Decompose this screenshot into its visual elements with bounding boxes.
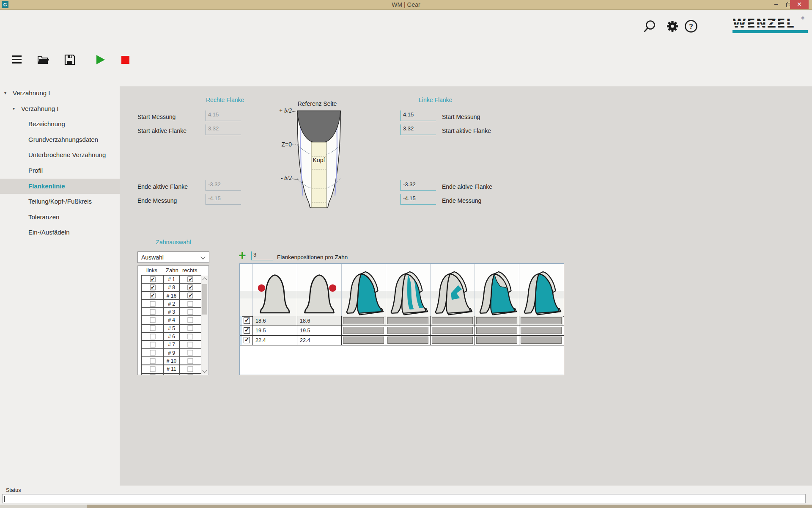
sidebar-item-toleranzen[interactable]: Toleranzen [0, 210, 120, 225]
disabled-field [476, 327, 517, 334]
open-file-button[interactable] [37, 54, 50, 67]
tooth-row: # 11 [141, 365, 201, 373]
zahnauswahl-dropdown[interactable]: Auswahl [137, 251, 209, 263]
tooth-table-scrollbar[interactable] [201, 276, 208, 374]
position-disabled-cell [386, 326, 430, 335]
row-select-gutter[interactable] [240, 336, 242, 345]
links-checkbox[interactable] [150, 350, 155, 356]
position-value-cell[interactable]: 18.6 [252, 316, 297, 326]
search-icon[interactable] [644, 18, 659, 36]
sidebar-item-label: Verzahnung I [0, 89, 50, 97]
tooth-3d-patch-icon[interactable] [430, 264, 475, 316]
sidebar-item-verzahnung-i[interactable]: ▾Verzahnung I [0, 86, 120, 101]
links-checkbox[interactable] [150, 366, 155, 372]
tooth-2d-left-point-icon[interactable] [252, 264, 297, 316]
links-checkbox[interactable] [150, 326, 155, 331]
settings-gear-icon[interactable] [665, 19, 680, 36]
links-checkbox[interactable] [150, 276, 155, 282]
help-icon[interactable]: ? [683, 19, 699, 36]
sidebar-item-teilung-kopf-fu-kreis[interactable]: Teilung/Kopf-/Fußkreis [0, 194, 120, 210]
positions-count-input[interactable]: 3 [251, 251, 273, 260]
sidebar-item-profil[interactable]: Profil [0, 163, 120, 179]
add-position-button[interactable]: + [239, 249, 246, 262]
links-checkbox[interactable] [150, 375, 155, 375]
rechts-checkbox[interactable] [188, 342, 193, 348]
rechts-checkbox[interactable] [188, 350, 193, 356]
tooth-row: # 10 [141, 357, 201, 365]
sidebar-item-ein-ausf-deln[interactable]: Ein-/Ausfädeln [0, 225, 120, 240]
position-disabled-cell [386, 336, 430, 345]
scrollbar-thumb[interactable] [202, 284, 207, 315]
links-checkbox[interactable] [150, 318, 155, 323]
rechts-checkbox[interactable] [188, 326, 193, 331]
position-checkbox[interactable] [244, 327, 250, 334]
tooth-3d-stripes-icon[interactable] [386, 264, 430, 316]
links-checkbox[interactable] [150, 293, 155, 298]
rechts-checkbox[interactable] [188, 309, 193, 315]
links-checkbox[interactable] [150, 342, 155, 348]
tree-expand-icon[interactable]: ▾ [13, 101, 15, 117]
scroll-up-icon[interactable] [202, 277, 207, 282]
tooth-row: # 9 [141, 349, 201, 357]
links-checkbox[interactable] [150, 284, 155, 290]
tooth-number: # 16 [163, 292, 180, 300]
ende-aktive-flanke-links-input[interactable]: -3.32 [401, 180, 436, 191]
rechts-checkbox[interactable] [188, 366, 193, 372]
rechts-checkbox[interactable] [188, 301, 193, 306]
rechts-checkbox[interactable] [188, 276, 193, 282]
minimize-button[interactable]: – [770, 0, 782, 9]
position-value-cell[interactable]: 18.6 [297, 316, 341, 326]
position-value-cell[interactable]: 19.5 [297, 326, 341, 335]
field-label: Ende aktive Flanke [137, 183, 188, 190]
rechts-checkbox[interactable] [188, 358, 193, 364]
tooth-row: # 8 [141, 284, 201, 292]
disabled-field [432, 327, 473, 334]
scroll-down-icon[interactable] [202, 368, 207, 373]
ende-aktive-flanke-rechts-input: -3.32 [206, 180, 241, 191]
rechts-checkbox[interactable] [188, 334, 193, 339]
start-aktive-flanke-links-input[interactable]: 3.32 [401, 124, 436, 135]
status-input[interactable] [2, 494, 806, 503]
tooth-number: # 3 [163, 308, 180, 316]
disabled-field [521, 337, 562, 344]
position-disabled-cell [475, 316, 519, 326]
row-select-gutter[interactable] [240, 316, 242, 326]
position-value-cell[interactable]: 22.4 [297, 336, 341, 345]
row-select-gutter[interactable] [240, 326, 242, 335]
disabled-field [343, 327, 384, 334]
sidebar-item-flankenlinie[interactable]: Flankenlinie [0, 179, 120, 194]
tooth-3d-full-flank-icon[interactable] [341, 264, 386, 316]
tree-expand-icon[interactable]: ▾ [4, 86, 6, 101]
run-button[interactable] [96, 54, 106, 67]
rechts-checkbox[interactable] [188, 318, 193, 323]
position-checkbox[interactable] [244, 318, 250, 324]
disabled-field [521, 327, 562, 334]
save-button[interactable] [64, 54, 75, 67]
position-value-cell[interactable]: 22.4 [252, 336, 297, 345]
sidebar-item-bezeichnung[interactable]: Bezeichnung [0, 116, 120, 132]
rechts-checkbox[interactable] [188, 375, 193, 375]
ende-messung-links-input[interactable]: -4.15 [401, 194, 436, 205]
position-value-cell[interactable]: 19.5 [252, 326, 297, 335]
sidebar-item-unterbrochene-verzahnung[interactable]: Unterbrochene Verzahnung [0, 147, 120, 163]
menu-button[interactable] [12, 55, 22, 66]
start-messung-links-input[interactable]: 4.15 [401, 110, 436, 121]
tooth-2d-right-point-icon[interactable] [297, 264, 341, 316]
position-disabled-cell [519, 336, 563, 345]
rechts-checkbox[interactable] [188, 284, 193, 290]
links-checkbox[interactable] [150, 334, 155, 339]
tooth-3d-full-flank-2-icon[interactable] [519, 264, 563, 316]
position-disabled-cell [341, 336, 386, 345]
sidebar-item-verzahnung-i[interactable]: ▾Verzahnung I [0, 101, 120, 117]
stop-button[interactable] [121, 56, 130, 66]
tooth-row: # 2 [141, 300, 201, 308]
position-checkbox[interactable] [244, 337, 250, 343]
tooth-number: # 6 [163, 332, 180, 340]
links-checkbox[interactable] [150, 358, 155, 364]
links-checkbox[interactable] [150, 301, 155, 306]
rechts-checkbox[interactable] [188, 293, 193, 298]
tooth-3d-wave-icon[interactable] [475, 264, 519, 316]
links-checkbox[interactable] [150, 309, 155, 315]
sidebar-item-grundverzahnungsdaten[interactable]: Grundverzahnungsdaten [0, 132, 120, 148]
close-button[interactable]: ✕ [790, 0, 809, 9]
